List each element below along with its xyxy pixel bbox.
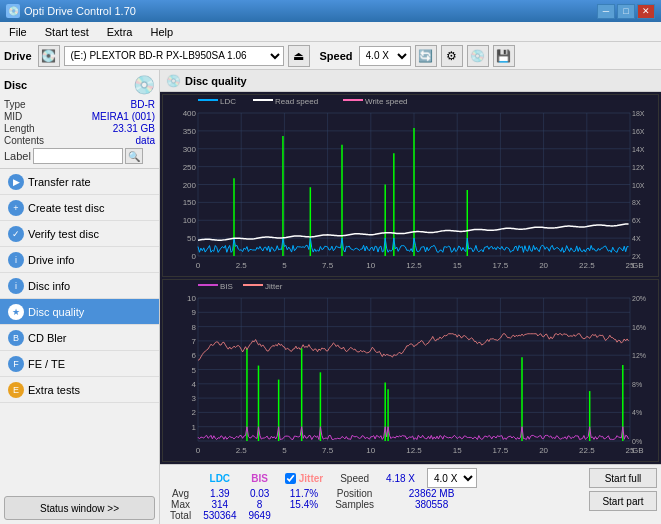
disc-label-browse-button[interactable]: 🔍 [125,148,143,164]
max-jitter: 15.4% [290,499,318,510]
nav-cd-bler-label: CD Bler [28,332,67,344]
nav-disc-quality-label: Disc quality [28,306,84,318]
bis-chart-canvas [163,280,658,461]
disc-length-value: 23.31 GB [113,123,155,134]
nav-extra-tests-label: Extra tests [28,384,80,396]
drive-select[interactable]: (E:) PLEXTOR BD-R PX-LB950SA 1.06 [64,46,284,66]
app-icon: 💿 [6,4,20,18]
title-bar-left: 💿 Opti Drive Control 1.70 [6,4,136,18]
drive-icon-button[interactable]: 💽 [38,45,60,67]
ldc-chart-canvas [163,95,658,276]
nav-cd-bler[interactable]: B CD Bler [0,325,159,351]
close-button[interactable]: ✕ [637,4,655,19]
drive-toolbar: Drive 💽 (E:) PLEXTOR BD-R PX-LB950SA 1.0… [0,42,661,70]
disc-label-input[interactable] [33,148,123,164]
jitter-checkbox[interactable] [285,473,296,484]
ldc-col-header: LDC [210,473,231,484]
disc-quality-header: 💿 Disc quality [160,70,661,92]
disc-panel-icon: 💿 [133,74,155,96]
status-window-button[interactable]: Status window >> [4,496,155,520]
nav-disc-info[interactable]: i Disc info [0,273,159,299]
nav-verify-test-disc[interactable]: ✓ Verify test disc [0,221,159,247]
avg-bis: 0.03 [250,488,269,499]
disc-label-label: Label [4,150,31,162]
disc-mid-value: MEIRA1 (001) [92,111,155,122]
nav-disc-info-icon: i [8,278,24,294]
speed-col-header: Speed [340,473,369,484]
disc-type-value: BD-R [131,99,155,110]
jitter-check-section: Jitter [285,473,323,484]
maximize-button[interactable]: □ [617,4,635,19]
nav-transfer-rate-icon: ▶ [8,174,24,190]
total-label: Total [170,510,191,521]
samples-label: Samples [335,499,374,510]
samples-value: 380558 [415,499,448,510]
disc-panel: Disc 💿 Type BD-R MID MEIRA1 (001) Length… [0,70,159,169]
max-bis: 8 [257,499,263,510]
speed-label: Speed [320,50,353,62]
position-label: Position [337,488,373,499]
nav-extra-tests-icon: E [8,382,24,398]
disc-contents-row: Contents data [4,135,155,146]
menu-help[interactable]: Help [145,25,178,39]
disc-quality-title: Disc quality [185,75,247,87]
nav-items: ▶ Transfer rate + Create test disc ✓ Ver… [0,169,159,492]
bis-col-header: BIS [251,473,268,484]
nav-verify-test-disc-icon: ✓ [8,226,24,242]
disc-quality-icon: 💿 [166,74,181,88]
ldc-chart [162,94,659,277]
nav-transfer-rate[interactable]: ▶ Transfer rate [0,169,159,195]
sidebar: Disc 💿 Type BD-R MID MEIRA1 (001) Length… [0,70,160,524]
nav-create-test-disc-label: Create test disc [28,202,104,214]
disc-length-label: Length [4,123,35,134]
disc-header: Disc 💿 [4,74,155,96]
nav-fe-te[interactable]: F FE / TE [0,351,159,377]
nav-cd-bler-icon: B [8,330,24,346]
charts-area [160,92,661,464]
save-button[interactable]: 💾 [493,45,515,67]
nav-transfer-rate-label: Transfer rate [28,176,91,188]
bis-chart [162,279,659,462]
menu-bar: File Start test Extra Help [0,22,661,42]
content-area: 💿 Disc quality LDC BIS [160,70,661,524]
speed-select[interactable]: 4.0 X [359,46,411,66]
disc-title: Disc [4,79,27,91]
disc-button[interactable]: 💿 [467,45,489,67]
nav-extra-tests[interactable]: E Extra tests [0,377,159,403]
nav-drive-info-label: Drive info [28,254,74,266]
nav-drive-info-icon: i [8,252,24,268]
nav-drive-info[interactable]: i Drive info [0,247,159,273]
avg-speed-display: 4.18 X [386,473,415,484]
disc-type-row: Type BD-R [4,99,155,110]
nav-fe-te-icon: F [8,356,24,372]
eject-button[interactable]: ⏏ [288,45,310,67]
menu-start-test[interactable]: Start test [40,25,94,39]
avg-ldc: 1.39 [210,488,229,499]
jitter-label: Jitter [299,473,323,484]
disc-mid-row: MID MEIRA1 (001) [4,111,155,122]
nav-create-test-disc[interactable]: + Create test disc [0,195,159,221]
stats-area: LDC BIS Jitter Speed 4.18 X [160,464,661,524]
title-bar-controls: ─ □ ✕ [597,4,655,19]
disc-mid-label: MID [4,111,22,122]
refresh-button[interactable]: 🔄 [415,45,437,67]
stats-table: LDC BIS Jitter Speed 4.18 X [164,468,483,521]
disc-label-row: Label 🔍 [4,148,155,164]
nav-disc-quality[interactable]: ★ Disc quality [0,299,159,325]
action-buttons: Start full Start part [589,468,657,511]
avg-jitter: 11.7% [290,488,318,499]
menu-extra[interactable]: Extra [102,25,138,39]
nav-fe-te-label: FE / TE [28,358,65,370]
settings-button[interactable]: ⚙ [441,45,463,67]
total-ldc: 530364 [203,510,236,521]
minimize-button[interactable]: ─ [597,4,615,19]
avg-label: Avg [172,488,189,499]
start-part-button[interactable]: Start part [589,491,657,511]
menu-file[interactable]: File [4,25,32,39]
main-layout: Disc 💿 Type BD-R MID MEIRA1 (001) Length… [0,70,661,524]
disc-contents-label: Contents [4,135,44,146]
nav-disc-quality-icon: ★ [8,304,24,320]
start-full-button[interactable]: Start full [589,468,657,488]
nav-create-test-disc-icon: + [8,200,24,216]
speed-combo-select[interactable]: 4.0 X [427,468,477,488]
